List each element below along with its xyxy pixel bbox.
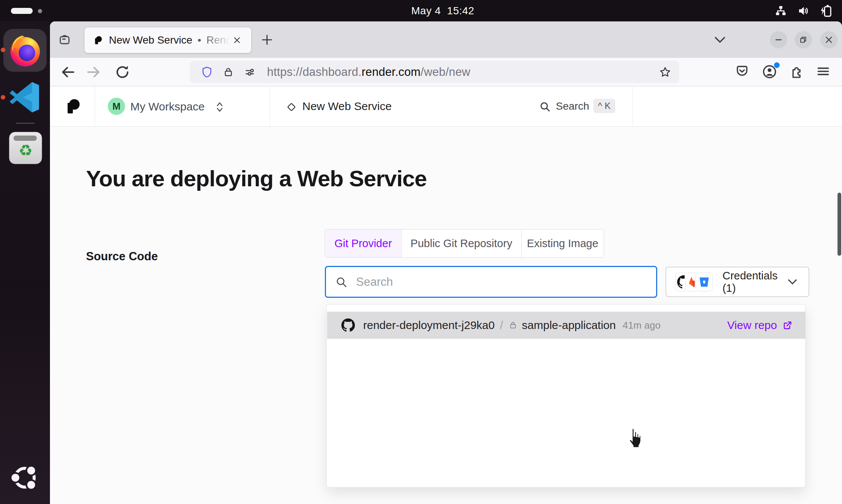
repo-row[interactable]: render-deployment-j29ka0 / sample-applic… (327, 312, 806, 339)
credentials-dropdown[interactable]: Credentials (1) (665, 267, 809, 297)
extensions-puzzle-icon[interactable] (789, 64, 805, 80)
credentials-label: Credentials (1) (723, 270, 787, 294)
back-button[interactable] (60, 64, 76, 80)
window-minimize-button[interactable] (770, 31, 787, 48)
repo-search-box[interactable] (325, 266, 657, 298)
repo-separator: / (500, 319, 503, 332)
navigation-toolbar: https://dashboard.render.com/web/new (50, 58, 842, 86)
list-all-tabs-icon[interactable] (713, 35, 727, 45)
repo-list-panel: render-deployment-j29ka0 / sample-applic… (326, 304, 806, 487)
bookmark-star-icon[interactable] (659, 66, 671, 78)
bitbucket-icon (696, 273, 712, 291)
view-repo-label: View repo (727, 319, 777, 332)
search-shortcut-badge: ^ K (593, 99, 615, 113)
dock: ♻ (0, 21, 50, 504)
trash-lid (14, 136, 37, 141)
render-logo-icon[interactable] (63, 98, 81, 116)
view-repo-link[interactable]: View repo (727, 319, 793, 332)
workspace-name[interactable]: My Workspace (130, 100, 205, 113)
workspace-switcher-chevrons-icon[interactable] (214, 101, 225, 113)
dock-divider (16, 123, 35, 124)
dock-item-trash[interactable]: ♻ (9, 132, 42, 164)
workspace-avatar[interactable]: M (108, 98, 125, 115)
page-title: New Web Service (302, 100, 392, 113)
hamburger-menu-icon[interactable] (816, 64, 832, 80)
tab-separator-dot: • (198, 34, 201, 46)
page-heading: You are deploying a Web Service (86, 166, 427, 192)
page-scrollbar-thumb[interactable] (837, 193, 841, 256)
firefox-view-icon[interactable] (58, 33, 71, 46)
private-lock-icon (509, 321, 518, 330)
dock-item-firefox[interactable] (3, 29, 47, 72)
repo-owner: render-deployment-j29ka0 (363, 319, 495, 332)
tab-title: New Web Service (109, 34, 192, 46)
account-notification-dot (774, 62, 780, 68)
ubuntu-logo-icon[interactable] (11, 463, 39, 492)
recycle-icon: ♻ (18, 143, 33, 158)
header-divider (632, 86, 633, 126)
github-icon (341, 318, 355, 332)
tab-strip: New Web Service • Rend (50, 21, 842, 58)
external-link-icon (782, 320, 793, 330)
pocket-icon[interactable] (735, 64, 751, 80)
system-tray[interactable] (774, 4, 833, 18)
url-prefix: https://dashboard. (267, 65, 362, 78)
tab-close-icon[interactable] (232, 35, 242, 45)
battery-charging-icon (819, 4, 833, 18)
search-icon (335, 276, 348, 288)
window-close-button[interactable] (820, 31, 837, 48)
url-path: /web/new (421, 65, 471, 78)
tab-title-overflow: Rend (207, 34, 231, 46)
app-header: M My Workspace New Web Service Search ^ … (50, 86, 842, 127)
system-top-bar: May 4 15:42 (0, 0, 842, 21)
lock-icon[interactable] (223, 66, 234, 78)
new-tab-button[interactable] (260, 33, 274, 47)
firefox-running-indicator (1, 48, 5, 52)
render-favicon (93, 35, 103, 45)
system-clock[interactable]: May 4 15:42 (411, 5, 474, 17)
account-icon[interactable] (762, 64, 778, 80)
repo-updated-time: 41m ago (623, 320, 661, 331)
url-domain: render.com (362, 65, 421, 78)
url-bar[interactable]: https://dashboard.render.com/web/new (190, 61, 679, 83)
volume-icon (797, 5, 810, 17)
vscode-running-indicator (1, 95, 5, 100)
forward-button[interactable] (85, 64, 102, 80)
active-tab[interactable]: New Web Service • Rend (85, 27, 251, 53)
tab-existing-image[interactable]: Existing Image (522, 229, 604, 257)
vscode-icon (8, 80, 42, 115)
reload-button[interactable] (114, 64, 131, 80)
url-text[interactable]: https://dashboard.render.com/web/new (267, 65, 470, 79)
header-divider (95, 86, 95, 126)
tracking-shield-icon[interactable] (201, 66, 213, 78)
page-content: You are deploying a Web Service Source C… (50, 127, 842, 504)
header-search-icon[interactable] (539, 101, 551, 113)
dock-item-vscode[interactable] (8, 80, 43, 115)
activities-pill[interactable] (11, 8, 33, 14)
header-search-label[interactable]: Search (556, 100, 589, 112)
source-code-label: Source Code (86, 250, 158, 263)
window-restore-button[interactable] (795, 31, 812, 48)
chevron-down-icon (787, 278, 798, 286)
repo-name: sample-application (522, 319, 616, 332)
source-tabs: Git Provider Public Git Repository Exist… (325, 229, 604, 258)
permissions-icon[interactable] (244, 66, 256, 78)
tab-git-provider[interactable]: Git Provider (325, 229, 401, 257)
browser-window: New Web Service • Rend (50, 21, 842, 504)
workspace-dot (38, 9, 42, 13)
repo-search-input[interactable] (355, 275, 647, 289)
network-icon (774, 5, 787, 17)
mouse-cursor-pointer (624, 427, 644, 450)
header-divider (270, 86, 270, 126)
service-diamond-icon (286, 101, 297, 113)
tab-public-git-repository[interactable]: Public Git Repository (401, 229, 522, 257)
firefox-icon (7, 32, 43, 68)
